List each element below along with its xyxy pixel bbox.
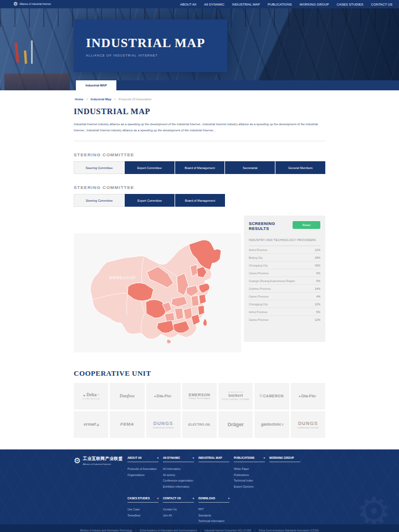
logo-glyph-icon: Ⓒ: [259, 394, 263, 398]
breadcrumb-section[interactable]: Industrial Map: [91, 98, 111, 101]
footer-column-title[interactable]: CASES STUDIES ▾: [127, 497, 158, 503]
logo-subtext: Combustion Controls: [153, 427, 174, 429]
logo-text: gastechnic: [261, 422, 282, 426]
footer-link[interactable]: Technical Index: [234, 478, 269, 484]
footer-link[interactable]: Exhibition information: [163, 484, 198, 490]
footer-brand-logo[interactable]: ⚙ 工业互联网产业联盟 Alliance of Industrial Inter…: [74, 456, 127, 489]
screening-results-panel: SCREENING RESULTS Reset INDUSTRY AND TEC…: [244, 216, 325, 342]
breadcrumb-home[interactable]: Home: [75, 98, 83, 101]
footer-link[interactable]: All activity: [163, 472, 198, 478]
partner-logo[interactable]: gastechnic //: [254, 411, 289, 438]
logo-text: ermaf: [84, 422, 96, 427]
screening-row[interactable]: Chongqing City 12%: [249, 300, 320, 308]
committee-tab[interactable]: Board of Management: [175, 161, 226, 174]
footer-link[interactable]: PPT: [198, 507, 234, 513]
footer-column-title[interactable]: AII DYNAMIC ▾: [163, 456, 194, 462]
partner-logo[interactable]: Dräger: [218, 411, 253, 438]
screening-row[interactable]: Anhui Province 12%: [249, 246, 320, 254]
province-percent: 12%: [315, 318, 320, 321]
chevron-down-icon: ▾: [264, 457, 265, 459]
footer-link[interactable]: Standards: [198, 513, 234, 519]
logo-glyph-icon: ●: [299, 395, 301, 398]
partner-logo[interactable]: DUNGS Combustion Controls: [291, 411, 325, 438]
footer-link[interactable]: Use Case: [127, 507, 163, 513]
committee-tab[interactable]: Board of Management: [175, 194, 225, 207]
nav-item[interactable]: CONTACT US: [371, 3, 392, 6]
breadcrumb-current: Protocols Of Association: [119, 98, 152, 101]
committee-tab[interactable]: Expert Committee: [125, 194, 175, 207]
footer-link[interactable]: Technical information: [198, 518, 234, 524]
nav-item[interactable]: PUBLICATIONS: [268, 3, 292, 6]
province-name: Guizhou Province: [249, 287, 270, 290]
hero-photo-shade: [222, 8, 399, 90]
hero-tab-strip: Industrial MAP: [76, 80, 399, 90]
logo-text: DUNGS: [298, 421, 318, 426]
footer-link[interactable]: Join AII: [163, 513, 198, 519]
logo-text: DUNGS: [154, 421, 173, 426]
logo-text: Danfoss: [120, 393, 135, 398]
partner-org-link[interactable]: China Academy of Information and Communi…: [132, 529, 197, 532]
footer-link[interactable]: Conference organization: [163, 478, 198, 484]
footer-column-title[interactable]: DOWNLOAD ▾: [198, 497, 229, 503]
screening-row[interactable]: Gansu Province 4%: [249, 293, 320, 300]
screening-row[interactable]: Gansu Province 12%: [249, 316, 320, 323]
logo-subtext: FLUID CONTROL SYSTEMS: [222, 398, 249, 401]
chevron-down-icon: ▾: [193, 457, 194, 459]
committee-tab[interactable]: Steering Committee: [74, 194, 125, 207]
footer-link[interactable]: Contact Us: [163, 507, 198, 513]
partner-logo[interactable]: ● Dia-Flo·: [291, 383, 325, 410]
nav-item[interactable]: WORKING GROUP: [300, 3, 329, 6]
footer-link[interactable]: Testedbed: [127, 513, 163, 519]
partner-logo[interactable]: bürkert FLUID CONTROL SYSTEMS: [218, 383, 253, 410]
footer-link[interactable]: Organizations: [127, 472, 163, 478]
nav-item[interactable]: AII DYNAMIC: [204, 3, 224, 6]
logo-glyph-icon: ▲: [83, 393, 86, 397]
nav-item[interactable]: INDUSTRIAL MAP: [232, 3, 260, 6]
footer-link[interactable]: Protocols of Association: [127, 466, 163, 472]
footer-column-title[interactable]: INDUSTRIAL MAP: [198, 456, 229, 462]
partner-logo[interactable]: ▲ Delta ™ C O N T R O L S: [74, 383, 108, 410]
partner-logo[interactable]: ● Dia-Flo·: [146, 383, 181, 410]
committee-tab[interactable]: Steering Committee: [74, 161, 125, 174]
footer-column-title[interactable]: ABOUT AII ▾: [127, 456, 158, 462]
partner-org-link[interactable]: China Communications Standards Associati…: [251, 529, 319, 532]
nav-item[interactable]: ABOUT AII: [180, 3, 196, 6]
committee-tab[interactable]: Expert Committee: [125, 161, 175, 174]
partner-logo[interactable]: FEMA: [110, 411, 144, 438]
hero-title: INDUSTRIAL MAP: [86, 36, 227, 50]
partner-logo[interactable]: ermaf ◪: [74, 411, 108, 438]
footer-column: CASES STUDIES ▾ Use CaseTestedbed: [127, 497, 163, 524]
partner-logo[interactable]: Danfoss: [110, 383, 144, 410]
footer-column: AII DYNAMIC ▾ All informationAll activit…: [163, 456, 198, 489]
footer-column-title[interactable]: CONTACT US ▾: [163, 497, 194, 503]
committee-tab[interactable]: Secretariat: [225, 161, 275, 174]
partner-logo[interactable]: DUNGS Combustion Controls: [146, 411, 181, 438]
footer-link[interactable]: All information: [163, 466, 198, 472]
china-choropleth-map[interactable]: 新疆维吾尔自治区: [74, 233, 241, 352]
partner-logo-grid: ▲ Delta ™ C O N T R O L S Danfoss ● Dia-…: [74, 383, 325, 438]
footer-link[interactable]: Expert Opinions: [234, 484, 269, 490]
main-nav: ABOUT AIIAII DYNAMICINDUSTRIAL MAPPUBLIC…: [180, 3, 392, 6]
tab-industrial-map[interactable]: Industrial MAP: [76, 80, 116, 90]
screening-row[interactable]: Guangxi Zhuang Autonomous Region 5%: [249, 277, 320, 285]
committee-tab[interactable]: General Members: [275, 161, 325, 174]
footer-column-title[interactable]: PUBLICATIONS ▾: [234, 456, 265, 462]
brand-logo[interactable]: ⚙ Alliance of Industrial Internet: [13, 2, 51, 7]
partner-logo[interactable]: EMERSON Climate Technologies: [182, 383, 217, 410]
partner-logo[interactable]: Ⓒ CAMERON: [254, 383, 289, 410]
screening-row[interactable]: Guizhou Province 14%: [249, 285, 320, 293]
screening-row[interactable]: Beijing City 34%: [249, 254, 320, 262]
partner-logo[interactable]: ELECTRO.OIL: [182, 411, 217, 438]
nav-item[interactable]: CASES STUDIES: [337, 3, 364, 6]
screening-row[interactable]: Chongqing City 42%: [249, 262, 320, 269]
chevron-down-icon: ▾: [157, 497, 158, 500]
screening-row[interactable]: Gansu Province 5%: [249, 269, 320, 277]
logo-glyph-post-icon: //: [282, 423, 283, 426]
footer-column-title[interactable]: WORKING GROUP: [269, 456, 300, 462]
partner-org-link[interactable]: Industrial Internet Consortium (IIC) of …: [197, 529, 252, 532]
partner-org-link[interactable]: Ministry of Industry and Information Tec…: [80, 529, 132, 532]
footer-link[interactable]: Publications: [234, 472, 269, 478]
screening-row[interactable]: Anhui Province 5%: [249, 308, 320, 316]
footer-link[interactable]: White Paper: [234, 466, 269, 472]
reset-button[interactable]: Reset: [293, 221, 320, 229]
